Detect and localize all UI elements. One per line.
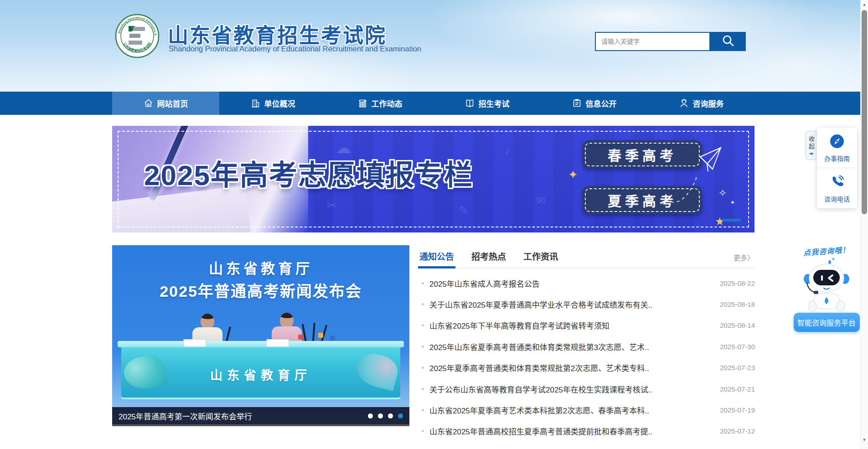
nav-items: 网站首页 单位概况 工作动态 招生考试 信息公开 咨询服务 — [112, 92, 755, 115]
header: Shandong Educational Admission & Examina… — [0, 0, 868, 92]
tab-notices[interactable]: 通知公告 — [419, 248, 454, 262]
carousel-dots — [368, 413, 403, 418]
news-row[interactable]: 2025年夏季高考普通类和体育类常规批第2次志愿、艺术类专科.. 2025-07… — [419, 357, 755, 378]
site-subtitle: Shandong Provincial Academy of Education… — [169, 45, 421, 53]
news-title[interactable]: 2025年山东省夏季高考普通类和体育类常规批第3次志愿、艺术.. — [429, 341, 713, 352]
more-link[interactable]: 更多〉 — [734, 253, 754, 262]
bullet-icon — [422, 324, 424, 326]
collapse-arrows-icon: ◀▶ — [809, 152, 813, 155]
news-row[interactable]: 关于山东省2025年夏季普通高中学业水平合格考试成绩发布有关.. 2025-08… — [419, 294, 755, 315]
banner-carousel-indicator[interactable] — [723, 219, 741, 222]
spring-gaokao-button[interactable]: 春季高考 — [583, 140, 702, 169]
search-box — [595, 32, 710, 51]
bullet-icon — [422, 388, 424, 390]
news-section: 通知公告 招考热点 工作资讯 更多〉 2025年山东省成人高考报名公告 2025… — [419, 248, 755, 442]
news-row[interactable]: 山东省2025年夏季高考艺术类本科批第2次志愿、春季高考本科.. 2025-07… — [419, 399, 755, 420]
consult-phone-label: 咨询电话 — [824, 194, 850, 203]
nav-label: 招生考试 — [479, 98, 510, 109]
search-button[interactable] — [710, 32, 746, 51]
bullet-icon — [422, 430, 424, 432]
logo-seal-icon: Shandong Educational Admission & Examina… — [115, 14, 160, 58]
quick-service-panel: 办事指南 咨询电话 — [817, 128, 857, 208]
consult-phone-item[interactable]: 咨询电话 — [817, 168, 857, 208]
news-title[interactable]: 山东省2025年下半年高等教育自学考试跨省转考须知 — [429, 320, 713, 331]
carousel-dot[interactable] — [378, 413, 383, 418]
building-icon — [251, 98, 260, 108]
page-scrollbar: ▲ ▼ — [860, 0, 868, 449]
scroll-up-arrow[interactable]: ▲ — [861, 1, 868, 8]
compass-icon — [829, 134, 845, 151]
collapse-tab[interactable]: 收起 ◀▶ — [805, 131, 817, 160]
nav-item-consult[interactable]: 咨询服务 — [648, 92, 755, 115]
gold-star-icon: ★ — [715, 215, 725, 228]
bullet-icon — [422, 282, 424, 284]
book-icon — [465, 98, 475, 108]
news-list: 2025年山东省成人高考报名公告 2025-08-22 关于山东省2025年夏季… — [419, 273, 755, 442]
news-row[interactable]: 2025年山东省成人高考报名公告 2025-08-22 — [419, 273, 755, 294]
news-date: 2025-07-23 — [720, 364, 755, 372]
carousel-caption: 2025年普通高考第一次新闻发布会举行 — [119, 410, 368, 422]
smart-consult-widget[interactable]: 点我咨询哦！ 智能咨询服务平台 — [792, 245, 861, 332]
news-title[interactable]: 山东省2025年夏季高考艺术类本科批第2次志愿、春季高考本科.. — [429, 404, 713, 416]
nav-label: 工作动态 — [372, 98, 403, 109]
robot-mascot-icon — [801, 257, 852, 313]
phone-icon — [829, 174, 845, 191]
smart-consult-button[interactable]: 智能咨询服务平台 — [794, 313, 860, 332]
carousel-dot[interactable] — [368, 413, 373, 418]
news-date: 2025-07-21 — [720, 385, 755, 393]
doodle-music-icon: ♪ — [504, 144, 510, 158]
news-row[interactable]: 山东省2025年下半年高等教育自学考试跨省转考须知 2025-08-14 — [419, 315, 755, 336]
slide-headline-2: 2025年普通高考新闻发布会 — [112, 279, 409, 301]
news-row[interactable]: 山东省2025年普通高校招生夏季高考普通类提前批和春季高考提.. 2025-07… — [419, 421, 755, 442]
bullet-icon — [422, 409, 424, 411]
summer-gaokao-button[interactable]: 夏季高考 — [583, 186, 702, 214]
carousel-dot[interactable] — [388, 413, 393, 418]
service-guide-item[interactable]: 办事指南 — [817, 128, 857, 168]
carousel-dot-active[interactable] — [398, 413, 403, 418]
main-nav: 网站首页 单位概况 工作动态 招生考试 信息公开 咨询服务 — [0, 92, 868, 115]
news-date: 2025-08-18 — [720, 300, 755, 308]
home-icon — [144, 98, 153, 108]
hero-banner[interactable]: ☁ ♪ ✂ ✎ ✉ 2025年高考志愿填报专栏 春季高考 夏季高考 ✦ ✧ ✦ … — [112, 126, 754, 232]
gold-star-icon: ✦ — [568, 168, 578, 182]
news-title[interactable]: 关于山东省2025年夏季普通高中学业水平合格考试成绩发布有关.. — [429, 299, 713, 310]
news-title[interactable]: 2025年山东省成人高考报名公告 — [429, 278, 713, 289]
sparkle-icon: ✧ — [718, 187, 727, 199]
nav-item-about[interactable]: 单位概况 — [219, 92, 326, 115]
collapse-label: 收起 — [807, 136, 816, 150]
news-title[interactable]: 2025年夏季高考普通类和体育类常规批第2次志愿、艺术类专科.. — [429, 362, 713, 373]
mic-flag-shape — [298, 335, 303, 340]
carousel-caption-bar: 2025年普通高考第一次新闻发布会举行 — [112, 407, 409, 424]
desk-text: 山东省教育厅 — [121, 366, 400, 383]
news-carousel[interactable]: 山东省教育厅 2025年普通高考新闻发布会 山东省教育厅 2025年普通高考第一… — [112, 245, 409, 426]
slide-headline-1: 山东省教育厅 — [112, 257, 409, 278]
carousel-bottom-strip — [112, 424, 409, 426]
tab-hot-topics[interactable]: 招考热点 — [471, 248, 506, 262]
scrollbar-thumb[interactable] — [862, 10, 867, 214]
press-desk: 山东省教育厅 — [121, 346, 400, 399]
news-date: 2025-07-12 — [720, 427, 755, 435]
nav-label: 咨询服务 — [693, 98, 724, 109]
headset-person-icon — [679, 98, 689, 108]
doodle-pencil-icon: ✎ — [459, 203, 469, 217]
service-guide-label: 办事指南 — [824, 154, 850, 163]
scroll-down-arrow[interactable]: ▼ — [861, 436, 868, 444]
banner-title: 2025年高考志愿填报专栏 — [144, 152, 473, 193]
news-title[interactable]: 山东省2025年普通高校招生夏季高考普通类提前批和春季高考提.. — [429, 425, 713, 437]
nav-item-home[interactable]: 网站首页 — [112, 92, 219, 115]
nav-item-news[interactable]: 工作动态 — [326, 92, 434, 115]
robot-bubble-text: 点我咨询哦！ — [792, 243, 861, 258]
news-row[interactable]: 关于公布山东省高等教育自学考试2025年在校生实践课程考核试.. 2025-07… — [419, 378, 755, 399]
news-date: 2025-08-14 — [720, 321, 755, 329]
news-title[interactable]: 关于公布山东省高等教育自学考试2025年在校生实践课程考核试.. — [429, 383, 713, 395]
search-input[interactable] — [596, 33, 709, 50]
news-row[interactable]: 2025年山东省夏季高考普通类和体育类常规批第3次志愿、艺术.. 2025-07… — [419, 336, 755, 357]
nav-label: 信息公开 — [586, 98, 617, 109]
news-tabs: 通知公告 招考热点 工作资讯 更多〉 — [419, 248, 755, 268]
site-logo[interactable]: Shandong Educational Admission & Examina… — [115, 14, 160, 58]
tab-work-info[interactable]: 工作资讯 — [523, 248, 558, 262]
clipboard-icon — [572, 98, 582, 108]
nav-item-exams[interactable]: 招生考试 — [434, 92, 541, 115]
nav-item-disclosure[interactable]: 信息公开 — [541, 92, 648, 115]
sparkle-icon: ✦ — [730, 199, 735, 206]
